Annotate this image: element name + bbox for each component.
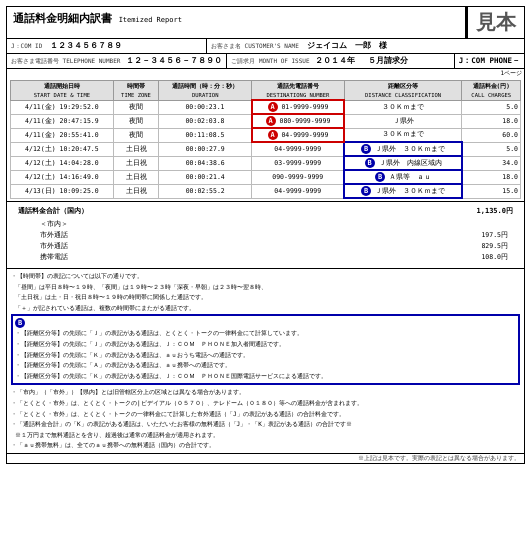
extra-note-4: ・「通話料金合計」の「K」の表記がある通話は、いただいたお客様の無料通話（「J」…: [11, 419, 520, 429]
extra-note-3: ・「とくとく・市外」は、とくとく・トークの一律料金にて計算した市外通話（「J」の…: [11, 409, 520, 419]
cell-charge: 18.0: [462, 114, 521, 128]
summary-section: 通話料金合計（国内） 1,135.0円 ＜市内＞ 市外通話 197.5円: [7, 202, 524, 269]
table-row: 4/12(土) 14:16:49.0土日祝00:00:21.4090-9999-…: [11, 170, 521, 184]
badge-b-row-icon: B: [361, 144, 371, 154]
summary-shigai2-row: 市外通話 829.5円: [20, 242, 511, 251]
summary-mobile-value: 108.0円: [320, 253, 511, 262]
cell-distance: ３０Ｋｍまで: [344, 100, 462, 114]
cell-datetime: 4/11(金) 20:47:15.9: [11, 114, 114, 128]
badge-b-row-icon: B: [361, 186, 371, 196]
summary-total-value: 1,135.0円: [337, 206, 516, 216]
cell-duration: 00:11:08.5: [159, 128, 252, 142]
table-header-row: 通話開始日時START DATE & TIME 時間帯TIME ZONE 通話時…: [11, 81, 521, 101]
cell-charge: 5.0: [462, 142, 521, 156]
tel-cell: お客さま電話番号 TELEPHONE NUMBER １２－３４５６－７８９０: [7, 54, 227, 68]
col-duration: 通話時間（時：分：秒）DURATION: [159, 81, 252, 101]
summary-total-row: 通話料金合計（国内） 1,135.0円: [15, 206, 516, 216]
cell-timezone: 土日祝: [113, 184, 159, 198]
badge-b-row-icon: B: [375, 172, 385, 182]
summary-title: 通話料金合計（国内）: [15, 206, 335, 216]
notes-section: ・【時間帯】の表記については以下の通りです。 「昼間」は平日８時〜１９時、「夜間…: [7, 269, 524, 454]
cell-datetime: 4/12(土) 10:20:47.5: [11, 142, 114, 156]
table-row: 4/11(金) 19:29:52.0夜間00:00:23.1A 01-9999-…: [11, 100, 521, 114]
cell-datetime: 4/12(土) 14:16:49.0: [11, 170, 114, 184]
cell-destination: 090-9999-9999: [252, 170, 345, 184]
month-label: ご請求月 MONTH OF ISSUE: [231, 57, 309, 64]
cell-charge: 15.0: [462, 184, 521, 198]
time-zone-note-2: 「土日祝」は土・日・祝日８時〜１９時の時間帯に関係した通話です。: [11, 292, 520, 302]
cell-timezone: 夜間: [113, 128, 159, 142]
summary-shigai-value: 197.5円: [320, 231, 511, 240]
cell-datetime: 4/12(土) 14:04:28.0: [11, 156, 114, 170]
cell-duration: 00:04:38.6: [159, 156, 252, 170]
summary-kounai-row: ＜市内＞: [20, 220, 511, 229]
page-num-text: 1ページ: [500, 69, 522, 76]
badge-b-note-4: ・【距離区分等】の先頭に「Ａ」の表記がある通話は、ａｕ携帯への通話です。: [15, 360, 516, 370]
summary-kounai-label: ＜市内＞: [20, 220, 318, 229]
col-charge: 通話料金(円)CALL CHARGES: [462, 81, 521, 101]
summary-shigai2-label: 市外通話: [20, 242, 318, 251]
com-id-label: J：COM ID: [11, 42, 42, 49]
summary-shigai-row: 市外通話 197.5円: [20, 231, 511, 240]
document-title: 通話料金明細内訳書 Itemized Report: [7, 7, 466, 38]
call-table: 通話開始日時START DATE & TIME 時間帯TIME ZONE 通話時…: [10, 80, 521, 199]
badge-b-notes-box: B ・【距離区分等】の先頭に「Ｊ」の表記がある通話は、とくとく・トークの一律料金…: [11, 314, 520, 385]
watermark: 見本: [466, 7, 524, 38]
cell-destination: 04-9999-9999: [252, 184, 345, 198]
com-id-value: １２３４５６７８９: [50, 41, 122, 50]
cell-datetime: 4/11(金) 20:55:41.0: [11, 128, 114, 142]
cell-charge: 60.0: [462, 128, 521, 142]
badge-b-icon: B: [15, 318, 25, 328]
badge-b-note-3: ・【距離区分等】の先頭に「Ｋ」の表記がある通話は、ａｕおうち電話への通話です。: [15, 350, 516, 360]
table-row: 4/12(土) 14:04:28.0土日祝00:04:38.603-9999-9…: [11, 156, 521, 170]
badge-b-note-1: ・【距離区分等】の先頭に「Ｊ」の表記がある通話は、とくとく・トークの一律料金にて…: [15, 328, 516, 338]
summary-shigai-label: 市外通話: [20, 231, 318, 240]
cell-duration: 00:02:03.8: [159, 114, 252, 128]
page-number: 1ページ: [7, 69, 524, 78]
summary-kounai-value: [320, 220, 511, 229]
summary-inner: ＜市内＞ 市外通話 197.5円 市外通話 829.5円 携帯電話: [15, 218, 516, 264]
col-destination: 通話先電話番号DESTINATIONG NUMBER: [252, 81, 345, 101]
table-row: 4/11(金) 20:47:15.9夜間00:02:03.8A 080-9999…: [11, 114, 521, 128]
call-table-section: 通話開始日時START DATE & TIME 時間帯TIME ZONE 通話時…: [7, 78, 524, 202]
time-zone-note-3: 「＋」が記されている通話は、複数の時間帯にまたがる通話です。: [11, 303, 520, 313]
summary-shigai2-value: 829.5円: [320, 242, 511, 251]
cell-duration: 00:00:21.4: [159, 170, 252, 184]
customer-name-value: ジェイコム 一郎 様: [307, 41, 387, 50]
badge-a-icon: A: [266, 116, 276, 126]
cell-distance: B Ａ県等 ａｕ: [344, 170, 462, 184]
badge-a-icon: A: [268, 102, 278, 112]
cell-datetime: 4/13(日) 10:09:25.0: [11, 184, 114, 198]
title-text: 通話料金明細内訳書: [13, 12, 112, 25]
cell-timezone: 土日祝: [113, 142, 159, 156]
summary-table: 通話料金合計（国内） 1,135.0円 ＜市内＞ 市外通話 197.5円: [13, 204, 518, 266]
customer-name-cell: お客さま名 CUSTOMER'S NAME ジェイコム 一郎 様: [207, 39, 524, 53]
cell-destination: A 080-9999-9999: [252, 114, 345, 128]
cell-distance: ３０Ｋｍまで: [344, 128, 462, 142]
cell-charge: 18.0: [462, 170, 521, 184]
extra-note-1: ・「市内」（「市外」）【県内】とは旧管轄区分上の区域とは異なる場合があります。: [11, 387, 520, 397]
col-datetime: 通話開始日時START DATE & TIME: [11, 81, 114, 101]
service-label: J：COM PHONE－: [459, 56, 520, 65]
cell-distance: Ｊ県外: [344, 114, 462, 128]
month-value: ２０１４年 ５月請求分: [315, 56, 408, 65]
badge-b-note-5: ・【距離区分等】の先頭に「Ｋ」の表記がある通話は、Ｊ：ＣＯＭ ＰＨＯＮＥ国際電話…: [15, 371, 516, 381]
service-cell: J：COM PHONE－: [455, 54, 524, 68]
badge-a-icon: A: [268, 130, 278, 140]
cell-distance: B Ｊ県外 ３０Ｋｍまで: [344, 142, 462, 156]
tel-label: お客さま電話番号 TELEPHONE NUMBER: [11, 57, 120, 64]
extra-note-2: ・「とくとく・市外」は、とくとく・トークの|ピデイアル（０５７０）、テレドーム（…: [11, 398, 520, 408]
table-row: 4/11(金) 20:55:41.0夜間00:11:08.5A 04-9999-…: [11, 128, 521, 142]
summary-mobile-label: 携帯電話: [20, 253, 318, 262]
summary-detail-table: ＜市内＞ 市外通話 197.5円 市外通話 829.5円 携帯電話: [18, 218, 513, 264]
cell-charge: 5.0: [462, 100, 521, 114]
col-distance: 距離区分等DISTANCE CLASSIFICATION: [344, 81, 462, 101]
badge-b-note-2: ・【距離区分等】の先頭に「Ｊ」の表記がある通話は、Ｊ：ＣＯＭ ＰＨＯＮＥ加入者間…: [15, 339, 516, 349]
tel-value: １２－３４５６－７８９０: [126, 56, 222, 65]
table-row: 4/13(日) 10:09:25.0土日祝00:02:55.204-9999-9…: [11, 184, 521, 198]
summary-mobile-row: 携帯電話 108.0円: [20, 253, 511, 262]
cell-charge: 34.0: [462, 156, 521, 170]
subtitle-text: Itemized Report: [119, 16, 182, 24]
document-container: 通話料金明細内訳書 Itemized Report 見本 J：COM ID １２…: [6, 6, 525, 464]
cell-destination: A 01-9999-9999: [252, 100, 345, 114]
